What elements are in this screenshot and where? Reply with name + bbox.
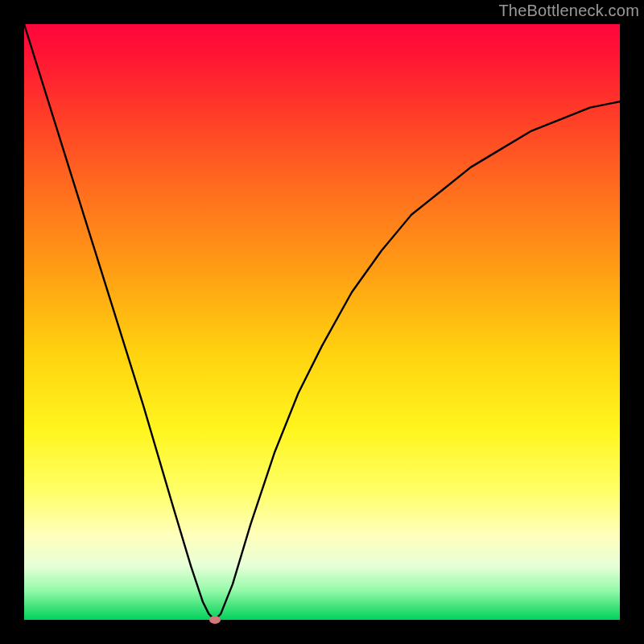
minimum-marker: [209, 616, 221, 624]
bottleneck-curve: [24, 24, 620, 620]
chart-container: TheBottleneck.com: [0, 0, 644, 644]
plot-area: [24, 24, 620, 620]
watermark-text: TheBottleneck.com: [498, 2, 639, 20]
